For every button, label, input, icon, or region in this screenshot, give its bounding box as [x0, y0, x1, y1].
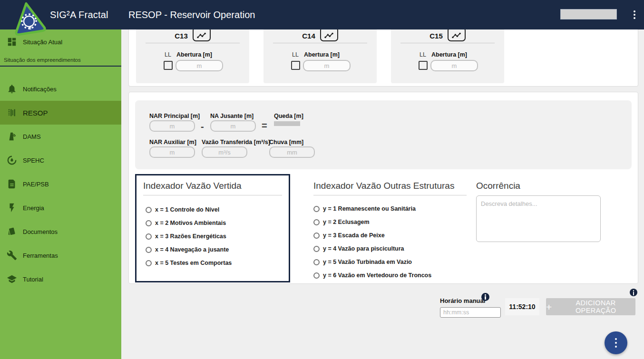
radio-icon: [313, 219, 320, 225]
card-divider: [273, 43, 367, 43]
info-icon[interactable]: [630, 289, 637, 296]
header-menu-kebab-icon[interactable]: [631, 9, 638, 21]
horario-manual-input[interactable]: [440, 307, 501, 318]
water-drop-icon: [7, 155, 18, 165]
ll-label: LL: [288, 51, 302, 58]
gates-panel: C13 LL Abertura [m] C14 LL Abertura [m]: [128, 29, 638, 87]
abertura-input[interactable]: [176, 60, 223, 71]
header-masked-field[interactable]: [560, 9, 617, 19]
abertura-label: Abertura [m]: [431, 51, 467, 58]
radio-label: x = 4 Navegação a jusante: [155, 246, 229, 253]
radio-icon: [313, 246, 320, 252]
abertura-input[interactable]: [430, 60, 478, 71]
brand-name: SIG²A Fractal: [50, 0, 108, 29]
page-title: RESOP - Reservoir Operation: [128, 0, 255, 29]
radio-option-y4[interactable]: y = 4 Vazão para piscicultura: [313, 242, 467, 255]
sidebar-item-spehc[interactable]: SPEHC: [0, 148, 121, 172]
na-jusante-label: NA Jusante [m]: [210, 113, 254, 119]
gate-card-c15: C15 LL Abertura [m]: [391, 29, 504, 83]
sidebar-item-dams[interactable]: DAMS: [0, 125, 121, 148]
gate-chart-button[interactable]: [320, 29, 338, 41]
chuva-input[interactable]: [269, 146, 315, 158]
info-icon[interactable]: [481, 293, 489, 301]
ocorrencia-textarea[interactable]: [476, 195, 601, 242]
radio-label: x = 3 Razões Energéticas: [155, 233, 226, 240]
radio-option-y2[interactable]: y = 2 Eclusagem: [313, 215, 467, 229]
sidebar-item-label: Documentos: [23, 228, 58, 235]
ll-checkbox[interactable]: [291, 61, 300, 70]
section-title: Ocorrência: [476, 181, 601, 191]
radio-label: y = 6 Vazão em Vertedouro de Troncos: [323, 272, 431, 279]
sidebar-item-label: PAE/PSB: [23, 181, 49, 188]
radio-option-y3[interactable]: y = 3 Escada de Peixe: [313, 229, 467, 242]
sidebar-item-energia[interactable]: Energia: [0, 196, 121, 220]
ll-label: LL: [416, 51, 430, 58]
radio-option-x2[interactable]: x = 2 Motivos Ambientais: [146, 216, 282, 230]
gate-chart-button[interactable]: [448, 29, 466, 41]
chuva-label: Chuva [mm]: [269, 139, 303, 146]
sidebar-item-notificacoes[interactable]: Notificações: [0, 77, 121, 101]
operation-panel: NAR Principal [m] NA Jusante [m] Queda […: [128, 92, 638, 284]
radio-option-x4[interactable]: x = 4 Navegação a jusante: [146, 243, 282, 256]
sidebar-item-resop[interactable]: RESOP: [0, 101, 121, 125]
sidebar-item-documentos[interactable]: Documentos: [0, 220, 121, 243]
card-divider: [400, 43, 495, 43]
wrench-icon: [7, 250, 18, 261]
radio-label: x = 1 Controle do Nível: [155, 206, 219, 213]
gate-card-c14: C14 LL Abertura [m]: [263, 29, 377, 83]
sidebar-item-label: Notificações: [23, 86, 57, 93]
gate-title: C14: [302, 32, 315, 40]
section-divider: [143, 195, 282, 195]
sidebar-divider: [0, 66, 121, 67]
vazao-transferida-label: Vazão Transferida [m³/s]: [202, 139, 270, 146]
sidebar-item-ferramentas[interactable]: Ferramentas: [0, 243, 121, 267]
radio-option-y5[interactable]: y = 5 Vazão Turbinada em Vazio: [313, 255, 467, 269]
equals-operator: =: [262, 120, 267, 131]
dashboard-icon: [7, 37, 18, 47]
sidebar-item-label: Energia: [23, 204, 44, 212]
resop-page: SIG²A Fractal RESOP - Reservoir Operatio…: [0, 0, 644, 359]
gate-chart-button[interactable]: [193, 29, 211, 41]
sidebar-item-label: SPEHC: [23, 157, 44, 164]
radio-option-y6[interactable]: y = 6 Vazão em Vertedouro de Troncos: [313, 269, 467, 282]
dam-gates-icon: [7, 107, 18, 118]
nar-principal-input[interactable]: [149, 120, 195, 132]
app-header: SIG²A Fractal RESOP - Reservoir Operatio…: [0, 0, 644, 29]
ll-checkbox[interactable]: [164, 61, 173, 70]
radio-option-x3[interactable]: x = 3 Razões Energéticas: [146, 230, 282, 243]
indexador-vazao-vertida-section: Indexador Vazão Vertida x = 1 Controle d…: [135, 174, 290, 282]
radio-label: y = 3 Escada de Peixe: [323, 232, 385, 239]
radio-icon: [146, 207, 152, 213]
queda-label: Queda [m]: [274, 113, 303, 119]
radio-icon: [313, 272, 320, 279]
na-jusante-input[interactable]: [210, 120, 256, 132]
section-divider: [313, 195, 467, 195]
lightning-icon: [7, 203, 18, 213]
sidebar-item-tutorial[interactable]: Tutorial: [0, 267, 121, 291]
radio-icon: [313, 206, 320, 212]
radio-label: y = 5 Vazão Turbinada em Vazio: [323, 259, 412, 265]
nar-auxiliar-input[interactable]: [149, 146, 195, 158]
sidebar-item-label: RESOP: [23, 109, 48, 117]
radio-icon: [313, 259, 320, 265]
vazao-transferida-input[interactable]: [202, 146, 247, 158]
radio-label: x = 2 Motivos Ambientais: [155, 220, 226, 226]
radio-option-x5[interactable]: x = 5 Testes em Comportas: [146, 256, 282, 270]
radio-option-y1[interactable]: y = 1 Remanescente ou Sanitária: [313, 202, 467, 215]
abertura-input[interactable]: [303, 60, 351, 71]
nar-principal-label: NAR Principal [m]: [149, 113, 200, 119]
horario-manual-label: Horário manual: [440, 297, 485, 304]
ocorrencia-section: Ocorrência: [476, 174, 601, 244]
radio-option-x1[interactable]: x = 1 Controle do Nível: [146, 203, 282, 216]
ll-checkbox[interactable]: [419, 61, 428, 70]
adicionar-operacao-button[interactable]: + ADICIONAR OPERAÇÃO: [546, 298, 635, 315]
sig2a-logo-icon: [9, 0, 49, 37]
clock-value: 11:52:10: [509, 303, 535, 310]
radio-label: y = 2 Eclusagem: [323, 219, 370, 225]
outras-options: y = 1 Remanescente ou Sanitária y = 2 Ec…: [313, 202, 467, 282]
line-chart-icon: [196, 31, 207, 39]
radio-label: x = 5 Testes em Comportas: [155, 260, 232, 266]
plus-icon: +: [546, 302, 552, 312]
fab-more-actions-button[interactable]: [605, 331, 627, 354]
sidebar-item-pae-psb[interactable]: PAE/PSB: [0, 172, 121, 196]
